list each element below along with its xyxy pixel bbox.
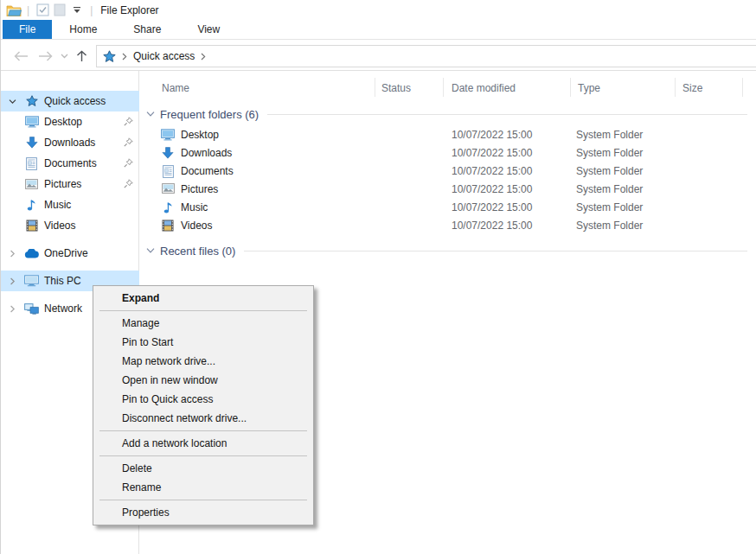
file-type: System Folder [576,183,643,195]
file-row-documents[interactable]: Documents 10/07/2022 15:00 System Folder [140,162,756,181]
file-type: System Folder [576,201,643,213]
sidebar-item-label: Downloads [44,137,95,149]
pictures-icon [24,179,39,189]
sidebar-item-quick-access[interactable]: Quick access [1,91,139,111]
breadcrumb-chevron-icon [122,53,127,60]
sidebar-item-label: Music [44,199,71,211]
quick-access-check-icon[interactable] [34,3,51,18]
file-row-pictures[interactable]: Pictures 10/07/2022 15:00 System Folder [140,181,756,199]
group-rule [267,114,747,115]
column-header-type[interactable]: Type [578,82,600,94]
sidebar-item-videos[interactable]: Videos [1,215,139,236]
star-icon [24,95,39,107]
column-separator[interactable] [742,78,743,97]
tab-view[interactable]: View [184,20,233,39]
file-name: Downloads [181,147,232,159]
title-bar: | | File Explorer [1,0,756,20]
chevron-down-icon[interactable] [146,247,155,254]
group-header-frequent-folders[interactable]: Frequent folders (6) [146,106,747,122]
chevron-right-icon[interactable] [9,305,17,313]
ribbon-tab-bar: File Home Share View [1,20,756,40]
column-header-size[interactable]: Size [682,82,702,94]
onedrive-icon [24,249,39,258]
menu-item-properties[interactable]: Properties [93,503,313,522]
sidebar-item-documents[interactable]: Documents [1,153,139,174]
column-separator[interactable] [570,78,571,97]
file-type: System Folder [576,129,643,141]
sidebar-item-desktop[interactable]: Desktop [1,111,139,132]
sidebar-item-label: Quick access [44,95,106,107]
file-explorer-logo-icon [5,3,22,18]
menu-separator [99,455,307,456]
menu-separator [99,500,307,500]
menu-separator [99,430,307,431]
file-date-modified: 10/07/2022 15:00 [452,220,532,232]
menu-item-delete[interactable]: Delete [93,459,313,478]
menu-item-pin-to-quick-access[interactable]: Pin to Quick access [93,390,313,409]
file-date-modified: 10/07/2022 15:00 [452,165,532,177]
quick-access-page-icon[interactable] [51,3,68,18]
menu-item-manage[interactable]: Manage [93,314,313,333]
chevron-down-icon[interactable] [9,98,17,105]
this-pc-icon [24,275,39,287]
menu-item-open-in-new-window[interactable]: Open in new window [93,371,313,390]
file-date-modified: 10/07/2022 15:00 [452,183,532,195]
breadcrumb-quick-access[interactable]: Quick access [133,50,195,62]
toolbar-separator: | [27,4,29,16]
forward-icon[interactable] [35,48,54,65]
tab-file[interactable]: File [3,20,52,39]
up-icon[interactable] [72,48,91,65]
sidebar-item-onedrive[interactable]: OneDrive [1,243,139,264]
file-name: Videos [181,220,212,232]
menu-item-map-network-drive[interactable]: Map network drive... [93,352,313,371]
column-separator[interactable] [675,78,676,97]
documents-icon [161,165,175,178]
menu-item-add-a-network-location[interactable]: Add a network location [93,434,313,453]
tab-home[interactable]: Home [56,20,110,39]
file-type: System Folder [576,220,643,232]
chevron-right-icon[interactable] [9,277,17,285]
music-icon [24,199,39,211]
menu-item-pin-to-start[interactable]: Pin to Start [93,333,313,352]
file-row-downloads[interactable]: Downloads 10/07/2022 15:00 System Folder [140,144,756,162]
pin-icon [124,137,133,147]
pin-icon [124,158,133,168]
file-row-videos[interactable]: Videos 10/07/2022 15:00 System Folder [140,217,756,235]
customize-toolbar-chevron-icon[interactable] [68,3,86,18]
breadcrumb-chevron-icon[interactable] [201,53,206,60]
file-row-desktop[interactable]: Desktop 10/07/2022 15:00 System Folder [140,126,756,144]
address-bar[interactable]: Quick access [96,45,756,67]
desktop-icon [161,129,175,141]
column-separator[interactable] [375,78,375,97]
sidebar-item-music[interactable]: Music [1,194,139,215]
quick-access-star-icon [103,50,116,63]
desktop-icon [24,116,39,128]
downloads-icon [24,137,39,149]
file-type: System Folder [576,165,643,177]
group-header-recent-files[interactable]: Recent files (0) [146,243,747,258]
column-header-name[interactable]: Name [162,82,189,94]
chevron-right-icon[interactable] [9,250,17,258]
group-label: Frequent folders (6) [160,108,259,121]
file-row-music[interactable]: Music 10/07/2022 15:00 System Folder [140,199,756,217]
file-explorer-window: | | File Explorer File Home Share View [0,0,756,554]
back-icon[interactable] [11,48,30,65]
column-header-status[interactable]: Status [381,82,411,94]
network-icon [24,303,39,315]
menu-item-expand[interactable]: Expand [93,289,313,308]
file-name: Pictures [181,183,218,195]
file-name: Music [181,201,208,213]
menu-item-disconnect-network-drive[interactable]: Disconnect network drive... [93,409,313,428]
sidebar-item-pictures[interactable]: Pictures [1,174,139,194]
sidebar-item-label: This PC [44,275,81,287]
music-icon [161,201,175,213]
file-name: Documents [181,165,234,177]
history-chevron-icon[interactable] [54,48,74,65]
column-separator[interactable] [443,78,444,97]
chevron-down-icon[interactable] [146,111,155,118]
column-header-date-modified[interactable]: Date modified [452,82,516,94]
menu-item-rename[interactable]: Rename [93,478,313,497]
tab-share[interactable]: Share [120,20,174,39]
sidebar-item-downloads[interactable]: Downloads [1,132,139,153]
documents-icon [24,157,39,170]
